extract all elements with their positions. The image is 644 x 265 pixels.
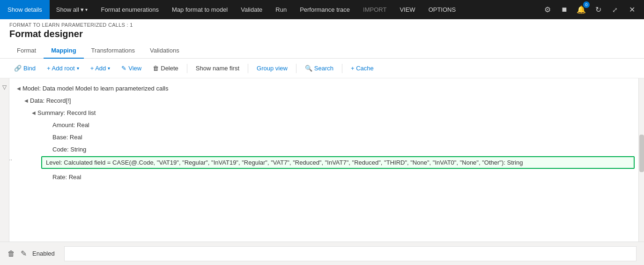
toolbar: 🔗 Bind + Add root ▾ + Add ▾ ✎ View 🗑 Del… — [0, 59, 644, 78]
tab-validations[interactable]: Validations — [142, 43, 187, 59]
office-icon[interactable]: ■ — [558, 3, 571, 16]
separator-2 — [248, 64, 248, 73]
nav-map-format[interactable]: Map format to model — [165, 0, 234, 19]
tree-area[interactable]: ⋮ ◀ Model: Data model Model to learn par… — [9, 78, 638, 242]
trash-icon: 🗑 — [153, 65, 159, 72]
rate-label: Rate: Real — [52, 174, 81, 181]
cache-label: + Cache — [351, 65, 374, 72]
tree-node-rate[interactable]: ▸ Rate: Real — [9, 171, 638, 183]
base-label: Base: Real — [52, 134, 82, 141]
add-button[interactable]: + Add ▾ — [86, 62, 115, 74]
tree-node-amount[interactable]: ▸ Amount: Real — [9, 119, 638, 131]
notifications-icon[interactable]: 🔔 0 — [575, 3, 588, 16]
amount-label: Amount: Real — [52, 121, 89, 129]
search-icon: 🔍 — [305, 65, 312, 72]
breadcrumb-bar: FORMAT TO LEARN PARAMETERIZED CALLS : 1 — [0, 19, 644, 29]
popout-icon[interactable]: ⤢ — [608, 3, 622, 16]
separator-1 — [187, 64, 187, 73]
collapse-arrow-summary: ◀ — [30, 110, 37, 115]
model-label: Model: Data model Model to learn paramet… — [22, 85, 168, 92]
add-arrow: ▾ — [108, 66, 110, 71]
enabled-label: Enabled — [32, 250, 55, 257]
left-panel-handle: ▽ — [0, 78, 9, 242]
add-root-button[interactable]: + Add root ▾ — [42, 62, 84, 74]
close-icon[interactable]: ✕ — [625, 3, 638, 16]
breadcrumb: FORMAT TO LEARN PARAMETERIZED CALLS : 1 — [9, 22, 635, 28]
top-nav-bar: Show details Show all ▾ Format enumerati… — [0, 0, 644, 19]
settings-icon[interactable]: ⚙ — [541, 3, 554, 16]
nav-run[interactable]: Run — [269, 0, 293, 19]
formula-edit-area[interactable] — [64, 246, 637, 261]
tree-node-code[interactable]: ▸ Code: String — [9, 143, 638, 155]
nav-import[interactable]: IMPORT — [356, 0, 393, 19]
data-label: Data: Record[!] — [30, 97, 71, 104]
edit-bottom-button[interactable]: ✎ — [21, 249, 27, 258]
scrollbar-thumb[interactable] — [639, 135, 644, 172]
refresh-icon[interactable]: ↻ — [592, 3, 605, 16]
delete-bottom-button[interactable]: 🗑 — [7, 250, 15, 258]
search-button[interactable]: 🔍 Search — [300, 62, 338, 74]
page-title: Format designer — [0, 29, 644, 43]
pencil-icon: ✎ — [121, 65, 126, 72]
tree-node-model[interactable]: ◀ Model: Data model Model to learn param… — [9, 82, 638, 94]
filter-icon[interactable]: ▽ — [2, 84, 7, 91]
show-name-first-label: Show name first — [196, 65, 239, 72]
tree-node-summary[interactable]: ◀ Summary: Record list — [9, 106, 638, 119]
separator-3 — [296, 64, 296, 73]
nav-icons-group: ⚙ ■ 🔔 0 ↻ ⤢ ✕ — [541, 3, 644, 16]
cache-button[interactable]: + Cache — [346, 62, 378, 74]
level-label: Level: Calculated field = CASE(@.Code, "… — [46, 159, 523, 166]
tab-transformations[interactable]: Transformations — [84, 43, 142, 59]
nav-format-enum[interactable]: Format enumerations — [94, 0, 165, 19]
notification-badge: 0 — [583, 1, 590, 8]
nav-view[interactable]: VIEW — [393, 0, 422, 19]
group-view-button[interactable]: Group view — [252, 62, 292, 74]
nav-options[interactable]: OPTIONS — [422, 0, 463, 19]
nav-perf-trace[interactable]: Performance trace — [293, 0, 356, 19]
collapse-arrow-data: ◀ — [22, 98, 30, 103]
code-label: Code: String — [52, 146, 86, 153]
view-button[interactable]: ✎ View — [117, 62, 146, 74]
separator-4 — [342, 64, 342, 73]
bind-button[interactable]: 🔗 Bind — [9, 62, 40, 74]
right-scrollbar[interactable] — [638, 78, 644, 242]
tabs-bar: Format Mapping Transformations Validatio… — [0, 43, 644, 59]
view-label: View — [128, 65, 141, 72]
main-area: FORMAT TO LEARN PARAMETERIZED CALLS : 1 … — [0, 19, 644, 265]
nav-validate[interactable]: Validate — [234, 0, 269, 19]
add-root-label: + Add root — [47, 65, 75, 72]
group-view-label: Group view — [257, 65, 288, 72]
tree-node-level-highlighted[interactable]: Level: Calculated field = CASE(@.Code, "… — [41, 156, 635, 169]
add-root-arrow: ▾ — [77, 66, 79, 71]
add-label: + Add — [90, 65, 106, 72]
delete-label: Delete — [161, 65, 178, 72]
search-label: Search — [314, 65, 333, 72]
resize-handle[interactable]: ⋮ — [9, 157, 13, 163]
delete-button[interactable]: 🗑 Delete — [148, 62, 183, 74]
nav-show-all[interactable]: Show all ▾ — [50, 0, 95, 19]
collapse-arrow-model: ◀ — [15, 86, 22, 91]
content-area: ▽ ⋮ ◀ Model: Data model Model to learn p… — [0, 78, 644, 242]
show-name-first-button[interactable]: Show name first — [191, 62, 244, 74]
summary-label: Summary: Record list — [37, 109, 96, 116]
tab-format[interactable]: Format — [9, 43, 44, 59]
tree-node-base[interactable]: ▸ Base: Real — [9, 131, 638, 143]
show-details-button[interactable]: Show details — [0, 0, 50, 19]
tree-node-data[interactable]: ◀ Data: Record[!] — [9, 94, 638, 106]
bind-label: Bind — [23, 65, 36, 72]
link-icon: 🔗 — [14, 65, 22, 72]
tab-mapping[interactable]: Mapping — [44, 43, 83, 59]
bottom-bar: 🗑 ✎ Enabled — [0, 242, 644, 265]
